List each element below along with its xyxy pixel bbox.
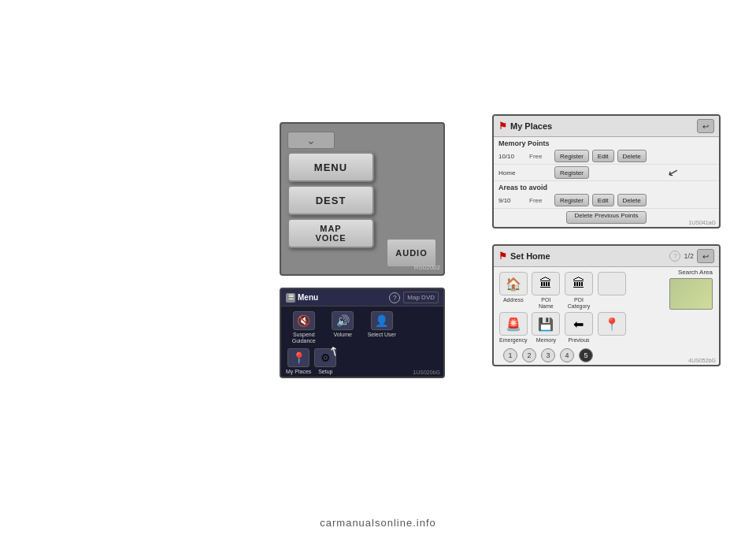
areas-avoid-row: 9/10 Free Register Edit Delete bbox=[494, 192, 719, 209]
my-places-title: ⚑ My Places bbox=[498, 121, 552, 132]
memory-edit-button[interactable]: Edit bbox=[592, 150, 614, 162]
previous-label: Previous bbox=[568, 337, 589, 344]
emergency-label: Emergency bbox=[499, 337, 527, 344]
areas-register-button[interactable]: Register bbox=[554, 194, 589, 206]
extra-icon: 📍 bbox=[598, 312, 626, 336]
volume-label: Volume bbox=[334, 332, 352, 338]
menu-header: ☰ Menu ? Map DVD bbox=[281, 289, 443, 307]
areas-count: 9/10 bbox=[498, 197, 526, 204]
menu-screen: ☰ Menu ? Map DVD 🔇 SuspendGuidance 🔊 Vol… bbox=[280, 288, 445, 378]
previous-icon: ⬅ bbox=[565, 312, 593, 336]
areas-to-avoid-label: Areas to avoid bbox=[494, 181, 719, 192]
poi-name-icon: 🏛 bbox=[532, 272, 560, 295]
set-home-back-button[interactable]: ↩ bbox=[697, 249, 714, 263]
select-user-label: Select User bbox=[368, 332, 396, 338]
set-home-icon-grid-2: 🚨 Emergency 💾 Memory ⬅ Previous 📍 bbox=[498, 312, 714, 344]
set-home-map[interactable] bbox=[597, 272, 627, 309]
memory-delete-button[interactable]: Delete bbox=[617, 150, 647, 162]
areas-edit-button[interactable]: Edit bbox=[592, 194, 614, 206]
set-home-page: 1/2 bbox=[684, 252, 694, 260]
suspend-guidance-label: SuspendGuidance bbox=[292, 332, 316, 344]
watermark: carmanualsonline.info bbox=[0, 517, 756, 529]
set-home-memory[interactable]: 💾 Memory bbox=[532, 312, 561, 344]
my-places-icon: 📍 bbox=[287, 348, 309, 367]
set-home-code: 4US052bG bbox=[688, 358, 716, 363]
number-3-button[interactable]: 3 bbox=[541, 348, 555, 362]
areas-status: Free bbox=[529, 197, 551, 204]
menu-item-select-user[interactable]: 👤 Select User bbox=[364, 311, 400, 344]
menu-screen-code: 1US020bG bbox=[413, 370, 440, 375]
memory-label: Memory bbox=[536, 337, 556, 344]
address-label: Address bbox=[503, 297, 524, 303]
menu-icon: ☰ bbox=[286, 293, 295, 303]
menu-items-grid: 🔇 SuspendGuidance 🔊 Volume 👤 Select User bbox=[281, 307, 443, 348]
my-places-header: ⚑ My Places ↩ bbox=[494, 116, 719, 137]
set-home-content: Search Area 🏠 Address 🏛 POIName 🏛 POICat… bbox=[494, 267, 719, 366]
my-places-code: 1US041aG bbox=[688, 220, 716, 225]
setup-label: Setup bbox=[318, 369, 332, 375]
delete-previous-button[interactable]: Delete Previous Points bbox=[566, 211, 647, 224]
my-places-screen: ⚑ My Places ↩ Memory Points 10/10 Free R… bbox=[492, 114, 721, 228]
menu-title: ☰ Menu bbox=[286, 293, 318, 303]
number-4-button[interactable]: 4 bbox=[560, 348, 574, 362]
panel-code: RS02002 bbox=[414, 264, 440, 271]
set-home-poi-category[interactable]: 🏛 POICategory bbox=[564, 272, 594, 309]
set-home-screen: ⚑ Set Home ? 1/2 ↩ Search Area 🏠 Address… bbox=[492, 244, 721, 366]
set-home-poi-name[interactable]: 🏛 POIName bbox=[532, 272, 561, 309]
emergency-icon: 🚨 bbox=[499, 312, 528, 336]
volume-icon: 🔊 bbox=[332, 311, 354, 330]
menu-item-my-places[interactable]: 📍 My Places bbox=[286, 348, 311, 375]
poi-category-label: POICategory bbox=[568, 297, 590, 309]
map-voice-button[interactable]: MAPVOICE bbox=[287, 218, 374, 248]
number-2-button[interactable]: 2 bbox=[522, 348, 536, 362]
menu-item-volume[interactable]: 🔊 Volume bbox=[325, 311, 361, 344]
memory-points-label: Memory Points bbox=[494, 137, 719, 148]
areas-delete-button[interactable]: Delete bbox=[617, 194, 647, 206]
poi-category-icon: 🏛 bbox=[565, 272, 593, 295]
select-user-icon: 👤 bbox=[371, 311, 393, 330]
memory-points-row: 10/10 Free Register Edit Delete bbox=[494, 148, 719, 165]
my-places-back-button[interactable]: ↩ bbox=[697, 119, 714, 133]
address-icon: 🏠 bbox=[499, 272, 528, 295]
poi-name-label: POIName bbox=[539, 297, 554, 309]
set-home-help-button[interactable]: ? bbox=[669, 251, 680, 262]
memory-register-button[interactable]: Register bbox=[554, 150, 589, 162]
set-home-controls: ? 1/2 ↩ bbox=[669, 249, 714, 263]
suspend-guidance-icon: 🔇 bbox=[293, 311, 315, 330]
menu-item-suspend[interactable]: 🔇 SuspendGuidance bbox=[286, 311, 322, 344]
my-places-label: My Places bbox=[286, 369, 311, 375]
set-home-header: ⚑ Set Home ? 1/2 ↩ bbox=[494, 246, 719, 267]
set-home-emergency[interactable]: 🚨 Emergency bbox=[498, 312, 528, 344]
number-1-button[interactable]: 1 bbox=[503, 348, 517, 362]
flag-icon: ⚑ bbox=[498, 121, 507, 132]
home-register-button[interactable]: Register bbox=[554, 166, 589, 179]
set-home-address[interactable]: 🏠 Address bbox=[498, 272, 528, 309]
map-thumbnail bbox=[669, 278, 713, 310]
memory-icon: 💾 bbox=[532, 312, 560, 336]
chevron-area: ⌄ bbox=[287, 132, 335, 149]
menu-map-dvd[interactable]: Map DVD bbox=[403, 292, 439, 303]
menu-help-button[interactable]: ? bbox=[389, 292, 400, 303]
memory-status: Free bbox=[529, 153, 551, 160]
set-home-extra[interactable]: 📍 bbox=[597, 312, 627, 344]
dest-button[interactable]: DEST bbox=[287, 185, 374, 215]
number-5-button[interactable]: 5 bbox=[579, 348, 593, 362]
delete-previous-row: Delete Previous Points bbox=[494, 209, 719, 226]
set-home-flag-icon: ⚑ bbox=[498, 251, 507, 262]
set-home-title: ⚑ Set Home bbox=[498, 251, 550, 262]
search-area-label: Search Area bbox=[678, 269, 713, 276]
home-label: Home bbox=[498, 169, 526, 176]
physical-button-panel: ⌄ MENU DEST MAPVOICE AUDIO RS02002 bbox=[280, 122, 445, 276]
menu-button[interactable]: MENU bbox=[287, 152, 374, 182]
map-icon bbox=[598, 272, 626, 295]
home-row: Home Register bbox=[494, 165, 719, 181]
memory-count: 10/10 bbox=[498, 153, 526, 160]
set-home-numbers: 1 2 3 4 5 bbox=[498, 347, 714, 364]
set-home-previous[interactable]: ⬅ Previous bbox=[564, 312, 594, 344]
